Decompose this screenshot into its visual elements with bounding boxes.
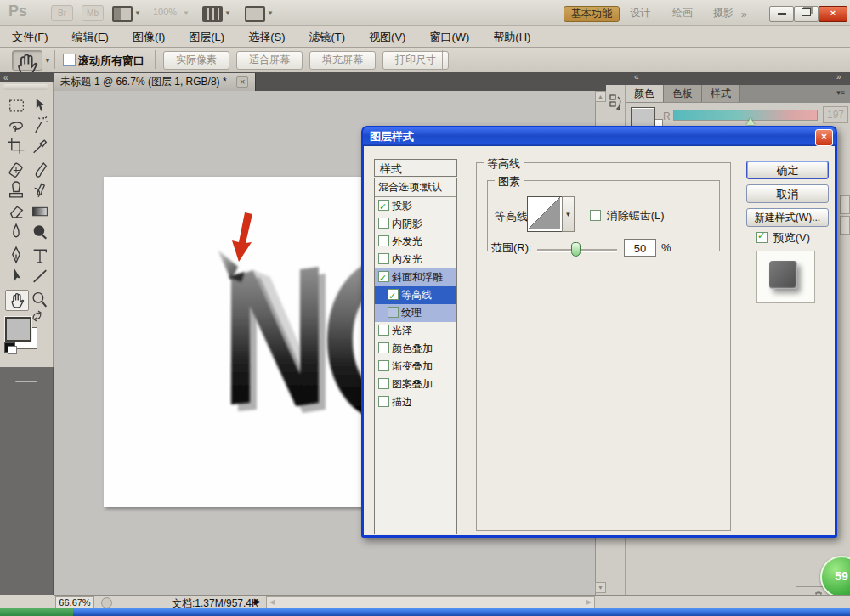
taskbar-strip[interactable] [0,608,850,616]
panel-menu-icon[interactable]: ▾≡ [836,88,845,97]
scroll-down-icon[interactable]: ▼ [595,582,606,593]
style-checkbox[interactable] [378,200,389,211]
eraser-tool[interactable] [5,201,27,221]
collapse-dock-icon[interactable]: « [634,72,639,82]
status-zoom-field[interactable]: 66.67% [55,596,94,609]
workspace-item[interactable]: 绘画 [666,6,700,20]
style-list-item[interactable]: 内阴影 [375,215,456,233]
taskbar-start-strip[interactable] [0,608,73,616]
dialog-title-bar[interactable]: 图层样式 × [363,127,836,146]
hand-tool[interactable] [5,290,29,311]
antialias-checkbox[interactable] [590,210,601,221]
range-slider-thumb[interactable] [571,242,581,257]
menu-item[interactable]: 文件(F) [0,26,60,45]
workspace-active[interactable]: 基本功能 [564,6,620,22]
style-list-item[interactable]: 外发光 [375,233,456,251]
pen-tool[interactable] [5,246,27,265]
lasso-tool[interactable] [5,116,27,136]
scroll-all-windows-checkbox[interactable] [63,54,76,66]
line-tool-tool[interactable] [29,266,51,285]
style-checkbox[interactable] [388,289,399,300]
path-selection-tool[interactable] [5,266,27,285]
contour-dropdown-icon[interactable]: ▼ [562,196,575,232]
restore-button[interactable] [794,6,819,22]
clone-stamp-tool[interactable] [5,181,27,201]
view-button[interactable]: 填充屏幕 [309,51,376,70]
menu-item[interactable]: 帮助(H) [481,26,542,45]
style-list-item[interactable]: 光泽 [375,322,456,340]
menu-item[interactable]: 视图(V) [357,26,417,45]
dodge-tool-tool[interactable] [29,222,51,241]
style-checkbox[interactable] [378,253,389,264]
zoom-tool-tool[interactable] [29,290,51,309]
workspace-item[interactable]: 摄影 [706,6,740,20]
document-tab[interactable]: 未标题-1 @ 66.7% (图层 1, RGB/8) * × [54,73,256,91]
menu-item[interactable]: 图层(L) [177,26,236,45]
style-list-item[interactable]: 图案叠加 [375,376,456,393]
healing-brush-tool[interactable] [5,161,27,180]
view-button[interactable]: 适合屏幕 [236,51,303,70]
slider-thumb-icon[interactable] [746,118,755,125]
menu-item[interactable]: 图像(I) [121,26,177,45]
status-flyout-icon[interactable]: ▶ [254,596,261,606]
style-list-item[interactable]: 内发光 [375,251,456,268]
style-list-item[interactable]: 等高线 [375,286,456,304]
scroll-right-icon[interactable]: ▶ [586,598,592,606]
contour-thumbnail[interactable] [527,196,563,232]
screen-mode-caret-icon[interactable]: ▼ [267,9,274,17]
foreground-color-swatch[interactable] [5,317,31,342]
screen-mode-icon[interactable] [245,6,265,22]
dialog-close-button[interactable]: × [815,129,833,146]
panel-tab-active[interactable]: 颜色 [626,85,664,102]
move-tool[interactable] [29,96,51,116]
blur-tool-tool[interactable] [5,222,27,241]
document-canvas[interactable] [104,177,366,507]
workspace-overflow-icon[interactable]: » [741,8,747,20]
cancel-button[interactable]: 取消 [746,184,829,203]
crop-tool[interactable] [5,137,27,156]
magic-wand-tool[interactable] [29,116,51,136]
style-checkbox[interactable] [378,360,389,371]
horizontal-scrollbar[interactable]: ◀ ▶ [266,596,595,608]
style-list-item[interactable]: 描边 [375,393,456,411]
style-list-item[interactable]: 斜面和浮雕 [375,268,456,286]
brush-tool[interactable] [29,161,51,180]
style-list-item[interactable]: 混合选项:默认 [375,178,456,197]
panel-tab-item[interactable]: 色板 [664,85,702,102]
hand-tool-preset-button[interactable] [12,50,42,71]
scroll-left-icon[interactable]: ◀ [269,598,275,606]
range-value-field[interactable]: 50 [624,239,656,257]
style-list-item[interactable]: 渐变叠加 [375,358,456,376]
scroll-up-icon[interactable]: ▲ [595,91,606,102]
gradient-tool[interactable] [29,201,51,221]
minimize-button[interactable] [769,6,794,22]
ok-button[interactable]: 确定 [746,161,829,179]
view-extras-icon[interactable] [112,6,133,22]
eyedropper-tool[interactable] [29,137,51,156]
menu-item[interactable]: 窗口(W) [417,26,481,45]
menu-item[interactable]: 选择(S) [236,26,297,45]
workspace-item[interactable]: 设计 [623,6,657,20]
style-list-item[interactable]: 颜色叠加 [375,340,456,358]
style-list-item[interactable]: 投影 [375,197,456,215]
zoom-caret-icon[interactable]: ▼ [183,9,190,17]
preview-checkbox[interactable] [756,232,768,243]
panel-dock-icon[interactable] [609,93,623,116]
expand-dock-icon[interactable]: » [836,72,842,82]
menu-item[interactable]: 编辑(E) [60,26,121,45]
style-checkbox[interactable] [378,218,389,229]
style-checkbox[interactable] [378,271,389,282]
channel-value-field[interactable]: 197 [823,106,848,123]
style-checkbox[interactable] [378,342,389,353]
panel-tab-item[interactable]: 样式 [702,85,740,102]
style-checkbox[interactable] [378,325,389,336]
close-button[interactable]: × [819,6,847,22]
arrange-documents-icon[interactable] [202,6,223,22]
panel-resize-grip[interactable] [15,381,37,382]
style-checkbox[interactable] [378,396,389,407]
menu-item[interactable]: 滤镜(T) [297,26,357,45]
style-checkbox[interactable] [388,307,399,318]
bridge-icon[interactable]: Br [51,5,73,21]
mini-bridge-icon[interactable]: Mb [82,5,104,21]
red-channel-slider[interactable] [673,110,818,121]
